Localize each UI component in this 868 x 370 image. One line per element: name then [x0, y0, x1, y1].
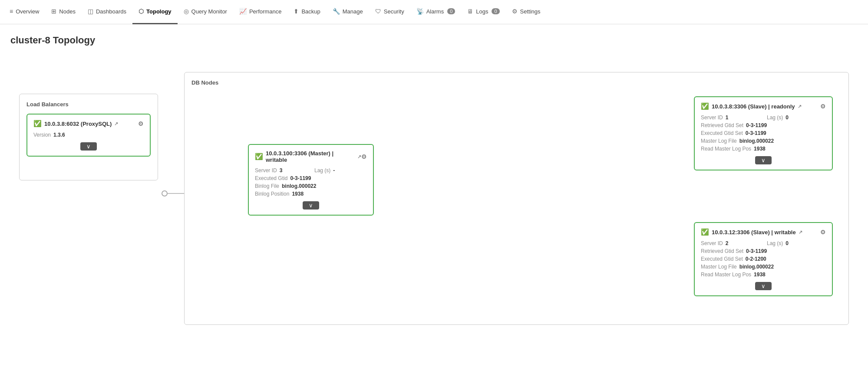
slave2-card-wrap: ✅ 10.0.3.12:3306 (Slave) | writable ↗ ⚙ …	[694, 222, 833, 296]
query-monitor-icon: ◎	[184, 8, 189, 15]
nav-alarms[interactable]: 📡 Alarms 0	[410, 0, 462, 24]
svg-point-1	[162, 191, 167, 196]
slave2-node-title: ✅ 10.0.3.12:3306 (Slave) | writable ↗	[701, 228, 802, 236]
slave2-gear-icon: ⚙	[820, 229, 826, 236]
slave1-node-title: ✅ 10.0.3.8:3306 (Slave) | readonly ↗	[701, 102, 802, 110]
slave1-lag-row: Lag (s) 0	[767, 115, 826, 121]
slave2-executed-gtid-row: Executed Gtid Set 0-2-1200	[701, 256, 826, 262]
slave1-node-fields: Server ID 1 Lag (s) 0 Retrieved Gtid Set…	[701, 115, 826, 152]
slave1-expand-wrap: ∨	[701, 156, 826, 164]
slave1-status-icon: ✅	[701, 102, 709, 110]
nav-topology[interactable]: ⬡ Topology	[132, 0, 178, 24]
topology-canvas: Load Balancers ✅ 10.0.3.8:6032 (ProxySQL…	[10, 59, 858, 319]
lb-panel: Load Balancers ✅ 10.0.3.8:6032 (ProxySQL…	[19, 94, 158, 180]
nav-logs[interactable]: 🖥 Logs 0	[461, 0, 505, 24]
db-panel: DB Nodes ✅ 10.0.3.100:3306 (Master) | wr…	[184, 72, 849, 325]
slave2-master-log-file-row: Master Log File binlog.000022	[701, 264, 826, 270]
lb-gear-icon: ⚙	[138, 120, 144, 127]
slave1-gear-button[interactable]: ⚙	[820, 103, 826, 110]
nav-dashboards[interactable]: ◫ Dashboards	[82, 0, 132, 24]
nodes-icon: ⊞	[51, 8, 56, 15]
slave1-node-header: ✅ 10.0.3.8:3306 (Slave) | readonly ↗ ⚙	[701, 102, 826, 110]
nav-settings[interactable]: ⚙ Settings	[506, 0, 547, 24]
slave2-node-header: ✅ 10.0.3.12:3306 (Slave) | writable ↗ ⚙	[701, 228, 826, 236]
navbar: ≡ Overview ⊞ Nodes ◫ Dashboards ⬡ Topolo…	[0, 0, 868, 24]
slave2-retrieved-gtid-row: Retrieved Gtid Set 0-3-1199	[701, 248, 826, 254]
slave2-lag-row: Lag (s) 0	[767, 240, 826, 246]
master-external-link-icon[interactable]: ↗	[357, 154, 361, 160]
lb-gear-button[interactable]: ⚙	[138, 120, 144, 127]
slave2-read-master-log-pos-row: Read Master Log Pos 1938	[701, 272, 826, 278]
lb-panel-title: Load Balancers	[26, 101, 151, 108]
master-node-fields: Server ID 3 Lag (s) - Executed Gtid 0-3-…	[255, 167, 367, 197]
topology-icon: ⬡	[139, 8, 144, 15]
performance-icon: 📈	[239, 8, 247, 15]
slave2-expand-button[interactable]: ∨	[755, 282, 772, 290]
lb-node-title: ✅ 10.0.3.8:6032 (ProxySQL) ↗	[33, 120, 118, 128]
db-panel-title: DB Nodes	[191, 79, 842, 86]
slave1-external-link-icon[interactable]: ↗	[798, 104, 802, 109]
master-gear-icon: ⚙	[361, 153, 367, 160]
nav-overview[interactable]: ≡ Overview	[3, 0, 45, 24]
nav-security[interactable]: 🛡 Security	[369, 0, 410, 24]
settings-icon: ⚙	[512, 8, 518, 15]
slave2-status-icon: ✅	[701, 228, 709, 236]
slave1-master-log-file-row: Master Log File binlog.000022	[701, 138, 826, 144]
dashboards-icon: ◫	[88, 8, 93, 15]
page-title: cluster-8 Topology	[10, 35, 858, 46]
alarms-icon: 📡	[416, 8, 424, 15]
master-lag-row: Lag (s) -	[314, 167, 367, 174]
master-expand-wrap: ∨	[255, 201, 367, 210]
master-status-icon: ✅	[255, 153, 263, 160]
nav-query-monitor[interactable]: ◎ Query Monitor	[178, 0, 233, 24]
page-content: cluster-8 Topology Load Balancers	[0, 24, 868, 370]
overview-icon: ≡	[10, 8, 13, 15]
logs-icon: 🖥	[467, 8, 473, 15]
master-node-header: ✅ 10.0.3.100:3306 (Master) | writable ↗ …	[255, 150, 367, 163]
master-card-wrap: ✅ 10.0.3.100:3306 (Master) | writable ↗ …	[248, 144, 374, 216]
slave1-executed-gtid-row: Executed Gtid Set 0-3-1199	[701, 130, 826, 136]
slave1-gear-icon: ⚙	[820, 103, 826, 110]
slave2-expand-wrap: ∨	[701, 282, 826, 290]
nav-nodes[interactable]: ⊞ Nodes	[45, 0, 82, 24]
slave2-external-link-icon[interactable]: ↗	[799, 229, 802, 235]
master-binlog-file-row: Binlog File binlog.000022	[255, 183, 367, 189]
slave1-node-card: ✅ 10.0.3.8:3306 (Slave) | readonly ↗ ⚙ S…	[694, 96, 833, 170]
nav-backup[interactable]: ⬆ Backup	[287, 0, 326, 24]
logs-badge: 0	[492, 8, 499, 14]
slave2-serverid-row: Server ID 2	[701, 240, 760, 246]
slave1-expand-button[interactable]: ∨	[755, 156, 772, 164]
lb-expand-button[interactable]: ∨	[80, 142, 97, 151]
master-serverid-row: Server ID 3	[255, 167, 307, 174]
master-gtid-row: Executed Gtid 0-3-1199	[255, 175, 367, 181]
lb-node-card: ✅ 10.0.3.8:6032 (ProxySQL) ↗ ⚙ Version 1…	[26, 114, 151, 157]
lb-node-header: ✅ 10.0.3.8:6032 (ProxySQL) ↗ ⚙	[33, 120, 144, 128]
lb-external-link-icon[interactable]: ↗	[114, 121, 118, 127]
nav-manage[interactable]: 🔧 Manage	[327, 0, 369, 24]
lb-expand-wrap: ∨	[33, 142, 144, 151]
master-binlog-pos-row: Binlog Position 1938	[255, 191, 367, 197]
alarms-badge: 0	[447, 8, 455, 14]
slave2-gear-button[interactable]: ⚙	[820, 229, 826, 236]
lb-status-icon: ✅	[33, 120, 42, 128]
slave1-card-wrap: ✅ 10.0.3.8:3306 (Slave) | readonly ↗ ⚙ S…	[694, 96, 833, 170]
slave1-serverid-row: Server ID 1	[701, 115, 760, 121]
security-icon: 🛡	[375, 8, 381, 15]
slave2-node-card: ✅ 10.0.3.12:3306 (Slave) | writable ↗ ⚙ …	[694, 222, 833, 296]
slave1-retrieved-gtid-row: Retrieved Gtid Set 0-3-1199	[701, 122, 826, 128]
nav-performance[interactable]: 📈 Performance	[233, 0, 287, 24]
db-panel-inner: ✅ 10.0.3.100:3306 (Master) | writable ↗ …	[191, 92, 842, 318]
master-node-title: ✅ 10.0.3.100:3306 (Master) | writable ↗	[255, 150, 361, 163]
master-node-card: ✅ 10.0.3.100:3306 (Master) | writable ↗ …	[248, 144, 374, 216]
master-expand-button[interactable]: ∨	[303, 201, 319, 210]
backup-icon: ⬆	[294, 8, 299, 15]
lb-node-fields: Version 1.3.6	[33, 132, 144, 138]
manage-icon: 🔧	[333, 8, 340, 15]
slave1-read-master-log-pos-row: Read Master Log Pos 1938	[701, 146, 826, 152]
lb-version-row: Version 1.3.6	[33, 132, 85, 138]
slave2-node-fields: Server ID 2 Lag (s) 0 Retrieved Gtid Set…	[701, 240, 826, 278]
master-gear-button[interactable]: ⚙	[361, 153, 367, 160]
